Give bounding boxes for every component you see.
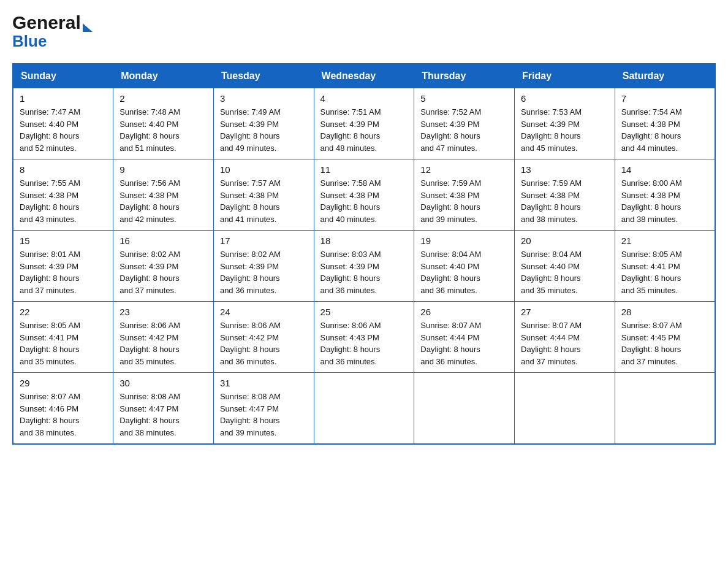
day-number: 8	[20, 164, 107, 175]
day-info: Sunrise: 7:56 AMSunset: 4:38 PMDaylight:…	[119, 177, 207, 225]
header-wednesday: Wednesday	[314, 64, 414, 88]
calendar-cell: 17Sunrise: 8:02 AMSunset: 4:39 PMDayligh…	[213, 231, 314, 302]
day-info: Sunrise: 7:47 AMSunset: 4:40 PMDaylight:…	[20, 106, 107, 154]
day-info: Sunrise: 8:03 AMSunset: 4:39 PMDaylight:…	[320, 248, 408, 296]
day-number: 27	[521, 307, 609, 317]
day-info: Sunrise: 8:04 AMSunset: 4:40 PMDaylight:…	[420, 248, 508, 296]
calendar-cell	[314, 373, 414, 445]
day-number: 10	[220, 164, 308, 175]
calendar-week-2: 8Sunrise: 7:55 AMSunset: 4:38 PMDaylight…	[13, 159, 715, 231]
header-thursday: Thursday	[414, 64, 515, 88]
calendar-cell: 22Sunrise: 8:05 AMSunset: 4:41 PMDayligh…	[13, 302, 113, 373]
day-info: Sunrise: 8:08 AMSunset: 4:47 PMDaylight:…	[119, 391, 207, 439]
logo-general-text: General	[12, 12, 81, 33]
day-number: 22	[20, 307, 107, 317]
day-number: 12	[420, 164, 508, 175]
day-info: Sunrise: 8:05 AMSunset: 4:41 PMDaylight:…	[20, 320, 107, 367]
day-number: 26	[420, 307, 508, 317]
calendar-cell: 27Sunrise: 8:07 AMSunset: 4:44 PMDayligh…	[515, 302, 615, 373]
calendar-cell: 16Sunrise: 8:02 AMSunset: 4:39 PMDayligh…	[113, 231, 214, 302]
calendar-cell: 21Sunrise: 8:05 AMSunset: 4:41 PMDayligh…	[615, 231, 715, 302]
day-number: 5	[420, 93, 508, 104]
day-number: 11	[320, 164, 408, 175]
day-number: 13	[521, 164, 609, 175]
calendar-cell: 14Sunrise: 8:00 AMSunset: 4:38 PMDayligh…	[615, 159, 715, 231]
day-info: Sunrise: 7:52 AMSunset: 4:39 PMDaylight:…	[420, 106, 508, 154]
day-number: 21	[621, 236, 708, 246]
calendar-cell: 26Sunrise: 8:07 AMSunset: 4:44 PMDayligh…	[414, 302, 515, 373]
header-saturday: Saturday	[615, 64, 715, 88]
calendar-cell: 24Sunrise: 8:06 AMSunset: 4:42 PMDayligh…	[213, 302, 314, 373]
calendar-cell: 28Sunrise: 8:07 AMSunset: 4:45 PMDayligh…	[615, 302, 715, 373]
calendar-cell: 7Sunrise: 7:54 AMSunset: 4:38 PMDaylight…	[615, 88, 715, 159]
day-info: Sunrise: 7:59 AMSunset: 4:38 PMDaylight:…	[420, 177, 508, 225]
calendar-cell: 10Sunrise: 7:57 AMSunset: 4:38 PMDayligh…	[213, 159, 314, 231]
calendar-cell: 30Sunrise: 8:08 AMSunset: 4:47 PMDayligh…	[113, 373, 214, 445]
calendar-cell: 15Sunrise: 8:01 AMSunset: 4:39 PMDayligh…	[13, 231, 113, 302]
calendar-cell	[615, 373, 715, 445]
day-info: Sunrise: 8:07 AMSunset: 4:44 PMDaylight:…	[521, 320, 609, 367]
day-info: Sunrise: 7:55 AMSunset: 4:38 PMDaylight:…	[20, 177, 107, 225]
logo: General Blue	[12, 12, 93, 51]
day-number: 4	[320, 93, 408, 104]
day-number: 25	[320, 307, 408, 317]
day-info: Sunrise: 8:06 AMSunset: 4:42 PMDaylight:…	[119, 320, 207, 367]
calendar-week-3: 15Sunrise: 8:01 AMSunset: 4:39 PMDayligh…	[13, 231, 715, 302]
day-number: 3	[220, 93, 308, 104]
header-tuesday: Tuesday	[213, 64, 314, 88]
day-number: 2	[119, 93, 207, 104]
day-info: Sunrise: 8:02 AMSunset: 4:39 PMDaylight:…	[220, 248, 308, 296]
calendar-cell: 25Sunrise: 8:06 AMSunset: 4:43 PMDayligh…	[314, 302, 414, 373]
day-info: Sunrise: 8:06 AMSunset: 4:43 PMDaylight:…	[320, 320, 408, 367]
calendar-table: SundayMondayTuesdayWednesdayThursdayFrid…	[12, 63, 716, 445]
day-number: 24	[220, 307, 308, 317]
day-number: 18	[320, 236, 408, 246]
calendar-cell: 19Sunrise: 8:04 AMSunset: 4:40 PMDayligh…	[414, 231, 515, 302]
calendar-cell: 11Sunrise: 7:58 AMSunset: 4:38 PMDayligh…	[314, 159, 414, 231]
day-number: 20	[521, 236, 609, 246]
calendar-week-5: 29Sunrise: 8:07 AMSunset: 4:46 PMDayligh…	[13, 373, 715, 445]
day-info: Sunrise: 7:58 AMSunset: 4:38 PMDaylight:…	[320, 177, 408, 225]
day-info: Sunrise: 8:07 AMSunset: 4:45 PMDaylight:…	[621, 320, 708, 367]
calendar-cell: 3Sunrise: 7:49 AMSunset: 4:39 PMDaylight…	[213, 88, 314, 159]
logo-triangle-icon	[83, 23, 93, 32]
calendar-cell	[515, 373, 615, 445]
calendar-week-4: 22Sunrise: 8:05 AMSunset: 4:41 PMDayligh…	[13, 302, 715, 373]
calendar-cell: 1Sunrise: 7:47 AMSunset: 4:40 PMDaylight…	[13, 88, 113, 159]
day-number: 16	[119, 236, 207, 246]
day-number: 6	[521, 93, 609, 104]
day-info: Sunrise: 8:01 AMSunset: 4:39 PMDaylight:…	[20, 248, 107, 296]
header-friday: Friday	[515, 64, 615, 88]
calendar-cell: 18Sunrise: 8:03 AMSunset: 4:39 PMDayligh…	[314, 231, 414, 302]
day-number: 31	[220, 378, 308, 388]
day-number: 17	[220, 236, 308, 246]
day-info: Sunrise: 7:59 AMSunset: 4:38 PMDaylight:…	[521, 177, 609, 225]
calendar-cell: 2Sunrise: 7:48 AMSunset: 4:40 PMDaylight…	[113, 88, 214, 159]
calendar-cell: 8Sunrise: 7:55 AMSunset: 4:38 PMDaylight…	[13, 159, 113, 231]
calendar-cell: 12Sunrise: 7:59 AMSunset: 4:38 PMDayligh…	[414, 159, 515, 231]
day-info: Sunrise: 7:51 AMSunset: 4:39 PMDaylight:…	[320, 106, 408, 154]
day-info: Sunrise: 8:07 AMSunset: 4:46 PMDaylight:…	[20, 391, 107, 439]
day-info: Sunrise: 7:49 AMSunset: 4:39 PMDaylight:…	[220, 106, 308, 154]
day-info: Sunrise: 8:08 AMSunset: 4:47 PMDaylight:…	[220, 391, 308, 439]
calendar-cell: 9Sunrise: 7:56 AMSunset: 4:38 PMDaylight…	[113, 159, 214, 231]
calendar-cell: 23Sunrise: 8:06 AMSunset: 4:42 PMDayligh…	[113, 302, 214, 373]
header-sunday: Sunday	[13, 64, 113, 88]
calendar-cell	[414, 373, 515, 445]
day-number: 9	[119, 164, 207, 175]
calendar-cell: 6Sunrise: 7:53 AMSunset: 4:39 PMDaylight…	[515, 88, 615, 159]
calendar-cell: 5Sunrise: 7:52 AMSunset: 4:39 PMDaylight…	[414, 88, 515, 159]
day-info: Sunrise: 7:54 AMSunset: 4:38 PMDaylight:…	[621, 106, 708, 154]
day-info: Sunrise: 7:57 AMSunset: 4:38 PMDaylight:…	[220, 177, 308, 225]
day-info: Sunrise: 8:02 AMSunset: 4:39 PMDaylight:…	[119, 248, 207, 296]
day-number: 23	[119, 307, 207, 317]
day-info: Sunrise: 8:05 AMSunset: 4:41 PMDaylight:…	[621, 248, 708, 296]
calendar-cell: 29Sunrise: 8:07 AMSunset: 4:46 PMDayligh…	[13, 373, 113, 445]
day-info: Sunrise: 8:07 AMSunset: 4:44 PMDaylight:…	[420, 320, 508, 367]
calendar-week-1: 1Sunrise: 7:47 AMSunset: 4:40 PMDaylight…	[13, 88, 715, 159]
day-number: 14	[621, 164, 708, 175]
calendar-cell: 20Sunrise: 8:04 AMSunset: 4:40 PMDayligh…	[515, 231, 615, 302]
calendar-cell: 13Sunrise: 7:59 AMSunset: 4:38 PMDayligh…	[515, 159, 615, 231]
calendar-header-row: SundayMondayTuesdayWednesdayThursdayFrid…	[13, 64, 715, 88]
day-info: Sunrise: 7:48 AMSunset: 4:40 PMDaylight:…	[119, 106, 207, 154]
